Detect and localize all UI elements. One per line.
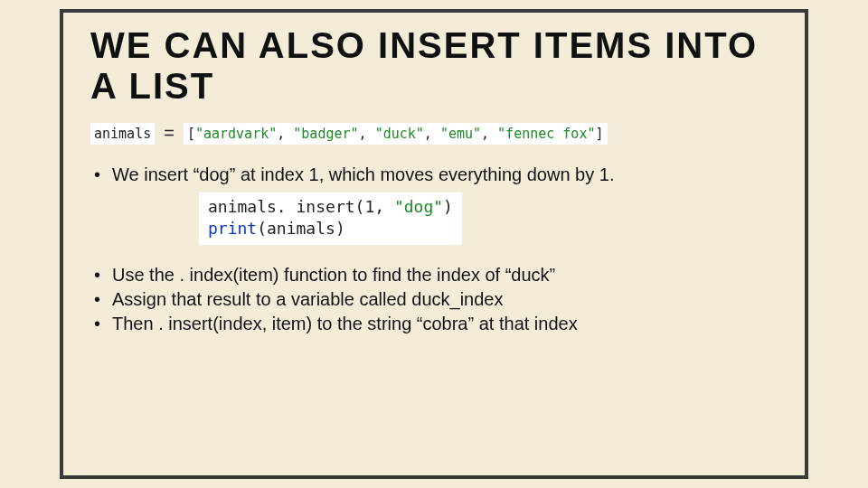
bullet-list-1: We insert “dog” at index 1, which moves …: [90, 164, 778, 185]
code-insert-lines: animals. insert(1, "dog") print(animals): [199, 192, 462, 246]
code-block-insert: animals. insert(1, "dog") print(animals): [199, 192, 778, 246]
bullet-list-2: Use the . index(item) function to find t…: [90, 265, 778, 334]
bullet-item: Then . insert(index, item) to the string…: [90, 314, 778, 334]
bullet-item: Use the . index(item) function to find t…: [90, 265, 778, 286]
slide-title: WE CAN ALSO INSERT ITEMS INTO A LIST: [90, 25, 778, 107]
code-line-assign: animals = ["aardvark", "badger", "duck",…: [90, 123, 778, 145]
code-var: animals: [90, 123, 155, 145]
bullet-item: We insert “dog” at index 1, which moves …: [90, 164, 778, 185]
bullet-item: Assign that result to a variable called …: [90, 289, 778, 310]
slide-content: WE CAN ALSO INSERT ITEMS INTO A LIST ani…: [63, 13, 805, 356]
equals-sign: =: [164, 123, 175, 144]
code-list: ["aardvark", "badger", "duck", "emu", "f…: [184, 123, 608, 145]
slide-frame: WE CAN ALSO INSERT ITEMS INTO A LIST ani…: [60, 9, 808, 479]
